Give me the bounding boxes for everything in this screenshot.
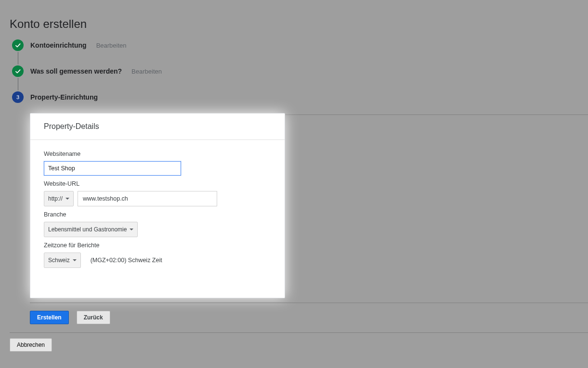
checkmark-icon (12, 65, 24, 77)
site-name-input[interactable] (44, 161, 181, 176)
chevron-down-icon (73, 259, 77, 261)
step-number-icon: 3 (12, 91, 24, 103)
step-2-edit-link[interactable]: Bearbeiten (131, 68, 162, 75)
industry-value: Lebensmittel und Gastronomie (48, 226, 127, 233)
industry-select[interactable]: Lebensmittel und Gastronomie (44, 222, 138, 237)
url-label: Website-URL (44, 180, 271, 187)
step-3-label: Property-Einrichtung (30, 93, 98, 101)
action-buttons: Erstellen Zurück (30, 311, 110, 324)
step-1-edit-link[interactable]: Bearbeiten (96, 42, 127, 49)
card-title: Property-Details (30, 114, 285, 140)
checkmark-icon (12, 39, 24, 51)
step-connector (18, 52, 18, 64)
timezone-label: Zeitzone für Berichte (44, 242, 271, 249)
chevron-down-icon (65, 198, 69, 200)
step-1-label: Kontoeinrichtung (30, 41, 87, 49)
back-button[interactable]: Zurück (77, 311, 110, 324)
property-details-card: Property-Details Websitename Website-URL… (30, 113, 285, 298)
protocol-select[interactable]: http:// (44, 191, 74, 206)
stepper: Kontoeinrichtung Bearbeiten Was soll gem… (12, 38, 162, 116)
timezone-select[interactable]: Schweiz (44, 253, 81, 268)
create-button[interactable]: Erstellen (30, 311, 69, 324)
divider (30, 303, 588, 303)
industry-label: Branche (44, 211, 271, 218)
step-1: Kontoeinrichtung Bearbeiten (12, 38, 162, 52)
url-input[interactable] (78, 191, 217, 206)
timezone-description: (MGZ+02:00) Schweiz Zeit (91, 257, 162, 264)
site-name-label: Websitename (44, 151, 271, 157)
protocol-value: http:// (48, 195, 63, 202)
page-title: Konto erstellen (10, 17, 87, 31)
step-3: 3 Property-Einrichtung (12, 90, 162, 104)
step-2-label: Was soll gemessen werden? (30, 67, 122, 75)
divider (10, 332, 588, 333)
chevron-down-icon (130, 228, 133, 230)
timezone-value: Schweiz (48, 257, 70, 264)
cancel-button[interactable]: Abbrechen (10, 338, 52, 352)
step-connector (18, 78, 18, 90)
step-2: Was soll gemessen werden? Bearbeiten (12, 64, 162, 78)
